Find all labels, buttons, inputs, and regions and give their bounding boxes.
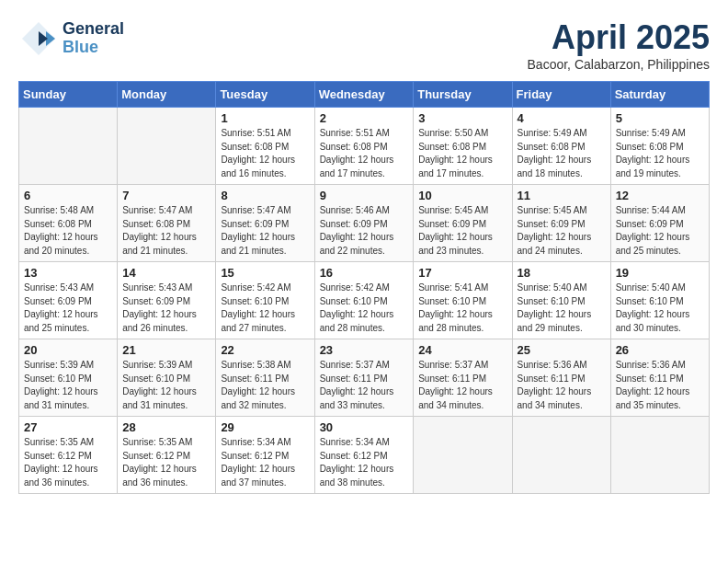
day-number: 15: [221, 266, 309, 280]
calendar-cell: 23Sunrise: 5:37 AMSunset: 6:11 PMDayligh…: [314, 339, 414, 417]
day-number: 22: [221, 343, 309, 357]
day-info: Sunrise: 5:42 AMSunset: 6:10 PMDaylight:…: [320, 282, 409, 335]
calendar-cell: 26Sunrise: 5:36 AMSunset: 6:11 PMDayligh…: [610, 339, 709, 417]
weekday-header-saturday: Saturday: [610, 82, 709, 108]
calendar-cell: 14Sunrise: 5:43 AMSunset: 6:09 PMDayligh…: [118, 262, 216, 339]
day-number: 17: [418, 266, 506, 280]
day-info: Sunrise: 5:44 AMSunset: 6:09 PMDaylight:…: [616, 204, 704, 258]
day-info: Sunrise: 5:36 AMSunset: 6:11 PMDaylight:…: [518, 359, 606, 412]
calendar-cell: [610, 417, 709, 494]
calendar-cell: 9Sunrise: 5:46 AMSunset: 6:09 PMDaylight…: [314, 185, 414, 262]
day-info: Sunrise: 5:47 AMSunset: 6:08 PMDaylight:…: [122, 204, 210, 258]
week-row-2: 6Sunrise: 5:48 AMSunset: 6:08 PMDaylight…: [19, 185, 710, 262]
day-number: 8: [221, 189, 309, 202]
calendar-cell: 3Sunrise: 5:50 AMSunset: 6:08 PMDaylight…: [414, 108, 512, 185]
day-info: Sunrise: 5:50 AMSunset: 6:08 PMDaylight:…: [418, 127, 506, 180]
calendar-cell: 19Sunrise: 5:40 AMSunset: 6:10 PMDayligh…: [610, 262, 709, 339]
calendar-cell: 6Sunrise: 5:48 AMSunset: 6:08 PMDaylight…: [19, 185, 118, 262]
calendar-cell: [118, 108, 216, 185]
day-number: 29: [221, 420, 309, 434]
calendar-cell: 15Sunrise: 5:42 AMSunset: 6:10 PMDayligh…: [216, 262, 314, 339]
calendar-cell: 22Sunrise: 5:38 AMSunset: 6:11 PMDayligh…: [216, 339, 314, 417]
day-number: 7: [122, 189, 210, 202]
logo-blue: Blue: [63, 39, 124, 57]
calendar-cell: 10Sunrise: 5:45 AMSunset: 6:09 PMDayligh…: [414, 185, 512, 262]
day-info: Sunrise: 5:42 AMSunset: 6:10 PMDaylight:…: [221, 282, 309, 335]
weekday-header-wednesday: Wednesday: [314, 82, 414, 108]
day-info: Sunrise: 5:39 AMSunset: 6:10 PMDaylight:…: [24, 359, 112, 412]
week-row-1: 1Sunrise: 5:51 AMSunset: 6:08 PMDaylight…: [19, 108, 710, 185]
day-number: 28: [122, 420, 210, 434]
day-number: 26: [616, 343, 704, 357]
header: General Blue April 2025 Bacoor, Calabarz…: [18, 18, 710, 72]
day-number: 27: [24, 420, 112, 434]
day-info: Sunrise: 5:43 AMSunset: 6:09 PMDaylight:…: [122, 282, 210, 335]
week-row-5: 27Sunrise: 5:35 AMSunset: 6:12 PMDayligh…: [19, 417, 710, 494]
calendar-cell: 25Sunrise: 5:36 AMSunset: 6:11 PMDayligh…: [512, 339, 610, 417]
calendar-cell: 17Sunrise: 5:41 AMSunset: 6:10 PMDayligh…: [414, 262, 512, 339]
calendar-cell: 21Sunrise: 5:39 AMSunset: 6:10 PMDayligh…: [118, 339, 216, 417]
day-info: Sunrise: 5:49 AMSunset: 6:08 PMDaylight:…: [616, 127, 704, 180]
calendar-cell: [414, 417, 512, 494]
day-info: Sunrise: 5:46 AMSunset: 6:09 PMDaylight:…: [320, 204, 409, 258]
day-number: 12: [616, 189, 704, 202]
day-info: Sunrise: 5:40 AMSunset: 6:10 PMDaylight:…: [518, 282, 606, 335]
weekday-header-row: SundayMondayTuesdayWednesdayThursdayFrid…: [19, 82, 710, 108]
day-info: Sunrise: 5:40 AMSunset: 6:10 PMDaylight:…: [616, 282, 704, 335]
day-number: 3: [418, 111, 506, 125]
calendar-cell: 1Sunrise: 5:51 AMSunset: 6:08 PMDaylight…: [216, 108, 314, 185]
day-number: 24: [418, 343, 506, 357]
month-title: April 2025: [528, 18, 710, 57]
location: Bacoor, Calabarzon, Philippines: [528, 57, 710, 72]
calendar-cell: 16Sunrise: 5:42 AMSunset: 6:10 PMDayligh…: [314, 262, 414, 339]
day-info: Sunrise: 5:39 AMSunset: 6:10 PMDaylight:…: [122, 359, 210, 412]
day-number: 14: [122, 266, 210, 280]
day-info: Sunrise: 5:37 AMSunset: 6:11 PMDaylight:…: [418, 359, 506, 412]
day-number: 9: [320, 189, 409, 202]
day-info: Sunrise: 5:47 AMSunset: 6:09 PMDaylight:…: [221, 204, 309, 258]
weekday-header-thursday: Thursday: [414, 82, 512, 108]
day-info: Sunrise: 5:43 AMSunset: 6:09 PMDaylight:…: [24, 282, 112, 335]
day-number: 2: [320, 111, 409, 125]
day-info: Sunrise: 5:49 AMSunset: 6:08 PMDaylight:…: [518, 127, 606, 180]
calendar-cell: 2Sunrise: 5:51 AMSunset: 6:08 PMDaylight…: [314, 108, 414, 185]
day-info: Sunrise: 5:35 AMSunset: 6:12 PMDaylight:…: [24, 436, 112, 489]
calendar-cell: [19, 108, 118, 185]
day-number: 16: [320, 266, 409, 280]
day-number: 21: [122, 343, 210, 357]
calendar: SundayMondayTuesdayWednesdayThursdayFrid…: [18, 81, 710, 494]
calendar-cell: 11Sunrise: 5:45 AMSunset: 6:09 PMDayligh…: [512, 185, 610, 262]
day-info: Sunrise: 5:34 AMSunset: 6:12 PMDaylight:…: [320, 436, 409, 489]
day-number: 19: [616, 266, 704, 280]
day-number: 30: [320, 420, 409, 434]
day-number: 18: [518, 266, 606, 280]
calendar-cell: 29Sunrise: 5:34 AMSunset: 6:12 PMDayligh…: [216, 417, 314, 494]
day-info: Sunrise: 5:45 AMSunset: 6:09 PMDaylight:…: [518, 204, 606, 258]
calendar-cell: 24Sunrise: 5:37 AMSunset: 6:11 PMDayligh…: [414, 339, 512, 417]
day-info: Sunrise: 5:35 AMSunset: 6:12 PMDaylight:…: [122, 436, 210, 489]
weekday-header-monday: Monday: [118, 82, 216, 108]
day-number: 20: [24, 343, 112, 357]
day-number: 10: [418, 189, 506, 202]
logo-icon: [18, 18, 59, 59]
logo: General Blue: [18, 18, 124, 59]
week-row-3: 13Sunrise: 5:43 AMSunset: 6:09 PMDayligh…: [19, 262, 710, 339]
day-number: 1: [221, 111, 309, 125]
week-row-4: 20Sunrise: 5:39 AMSunset: 6:10 PMDayligh…: [19, 339, 710, 417]
day-number: 4: [518, 111, 606, 125]
day-info: Sunrise: 5:36 AMSunset: 6:11 PMDaylight:…: [616, 359, 704, 412]
day-info: Sunrise: 5:37 AMSunset: 6:11 PMDaylight:…: [320, 359, 409, 412]
day-info: Sunrise: 5:41 AMSunset: 6:10 PMDaylight:…: [418, 282, 506, 335]
calendar-cell: 18Sunrise: 5:40 AMSunset: 6:10 PMDayligh…: [512, 262, 610, 339]
day-info: Sunrise: 5:45 AMSunset: 6:09 PMDaylight:…: [418, 204, 506, 258]
weekday-header-friday: Friday: [512, 82, 610, 108]
calendar-cell: 27Sunrise: 5:35 AMSunset: 6:12 PMDayligh…: [19, 417, 118, 494]
calendar-cell: 28Sunrise: 5:35 AMSunset: 6:12 PMDayligh…: [118, 417, 216, 494]
calendar-cell: 20Sunrise: 5:39 AMSunset: 6:10 PMDayligh…: [19, 339, 118, 417]
calendar-cell: 13Sunrise: 5:43 AMSunset: 6:09 PMDayligh…: [19, 262, 118, 339]
calendar-cell: 4Sunrise: 5:49 AMSunset: 6:08 PMDaylight…: [512, 108, 610, 185]
calendar-cell: 8Sunrise: 5:47 AMSunset: 6:09 PMDaylight…: [216, 185, 314, 262]
day-info: Sunrise: 5:34 AMSunset: 6:12 PMDaylight:…: [221, 436, 309, 489]
calendar-cell: 7Sunrise: 5:47 AMSunset: 6:08 PMDaylight…: [118, 185, 216, 262]
calendar-cell: 12Sunrise: 5:44 AMSunset: 6:09 PMDayligh…: [610, 185, 709, 262]
